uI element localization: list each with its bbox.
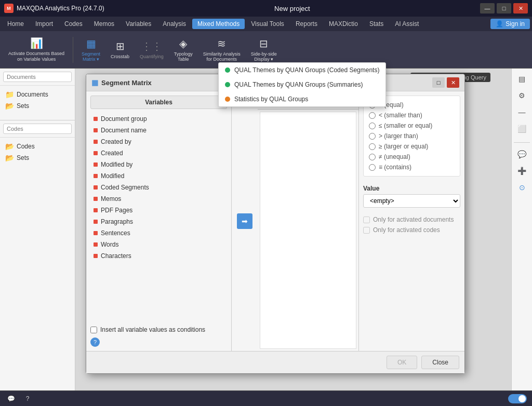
radio-larger-label: > (larger than)	[379, 132, 418, 140]
menu-ai-assist[interactable]: AI Assist	[390, 19, 424, 29]
var-label-created: Created	[101, 150, 123, 157]
var-item-memos[interactable]: Memos	[90, 193, 227, 205]
var-item-modified-by[interactable]: Modified by	[90, 159, 227, 170]
menu-analysis[interactable]: Analysis	[157, 19, 191, 29]
app-logo: M	[4, 4, 14, 13]
right-panel-circle-button[interactable]: ⊙	[515, 180, 529, 195]
right-panel-view-button[interactable]: ▤	[515, 72, 529, 86]
right-panel: ▤ ⚙ — ⬜ 💬 ➕ ⊙	[511, 69, 532, 390]
menu-codes[interactable]: Codes	[59, 19, 88, 29]
menu-mixed-methods[interactable]: Mixed Methods	[192, 19, 245, 29]
var-dot-7	[94, 185, 98, 190]
help-button[interactable]: ?	[22, 393, 33, 404]
tree-item-code-sets[interactable]: 📂 Sets	[3, 152, 72, 164]
app-title: MAXQDA Analytics Pro (24.7.0)	[17, 5, 104, 12]
sets-folder-icon: 📂	[5, 102, 14, 110]
dot-orange-icon-3	[225, 97, 230, 102]
var-item-created-by[interactable]: Created by	[90, 136, 227, 147]
value-section: Value <empty>	[359, 181, 464, 212]
var-dot-9	[94, 208, 98, 212]
sign-in-button[interactable]: 👤 Sign in	[490, 19, 530, 29]
var-item-paragraphs[interactable]: Paragraphs	[90, 216, 227, 227]
crosstab-label: Crosstab	[111, 54, 129, 59]
menu-stats[interactable]: Stats	[364, 19, 389, 29]
codes-folder-icon: 📂	[5, 142, 14, 151]
toolbar-side-by-side[interactable]: ⊟ Side-by-sideDisplay ▾	[247, 35, 281, 64]
menu-visual-tools[interactable]: Visual Tools	[246, 19, 289, 29]
dropdown-item-2[interactable]: QUAL Themes by QUAN Groups (Summaries)	[219, 77, 385, 92]
status-toggle[interactable]	[508, 394, 527, 403]
toolbar-activate-docs[interactable]: 📊 Activate Documents Basedon Variable Va…	[4, 35, 69, 64]
toolbar-typology[interactable]: ◈ TypologyTable	[170, 35, 197, 64]
dot-green-icon-1	[225, 67, 230, 73]
documents-search-input[interactable]	[3, 72, 72, 82]
modal-close-button[interactable]: ✕	[447, 77, 459, 88]
var-item-doc-name[interactable]: Document name	[90, 125, 227, 136]
variables-header[interactable]: Variables	[90, 96, 227, 109]
right-panel-plus-button[interactable]: ➕	[515, 164, 529, 178]
radio-unequal: ≠ (unequal)	[369, 153, 455, 160]
radio-larger-equal: ≥ (larger or equal)	[369, 143, 455, 150]
activated-docs-checkbox[interactable]	[363, 216, 370, 223]
menu-import[interactable]: Import	[30, 19, 58, 29]
activate-docs-icon: 📊	[30, 37, 43, 49]
insert-conditions-checkbox[interactable]	[90, 327, 97, 333]
maximize-button[interactable]: □	[497, 3, 511, 13]
var-label-coded-segments: Coded Segments	[101, 184, 149, 191]
dropdown-item-1[interactable]: QUAL Themes by QUAN Groups (Coded Segmen…	[219, 63, 385, 77]
title-bar: M MAXQDA Analytics Pro (24.7.0) New proj…	[0, 0, 532, 17]
help-icon[interactable]: ?	[90, 337, 100, 347]
radio-larger-input[interactable]	[369, 133, 376, 140]
var-label-doc-group: Document group	[101, 115, 147, 123]
toolbar-separator-1	[73, 37, 73, 63]
radio-smaller-input[interactable]	[369, 112, 376, 119]
person-icon: 👤	[496, 20, 503, 28]
menu-maxdictio[interactable]: MAXDictio	[324, 19, 363, 29]
var-item-pdf-pages[interactable]: PDF Pages	[90, 205, 227, 216]
var-item-modified[interactable]: Modified	[90, 170, 227, 182]
var-item-words[interactable]: Words	[90, 239, 227, 250]
var-item-doc-group[interactable]: Document group	[90, 113, 227, 125]
close-button[interactable]: ✕	[513, 3, 528, 13]
conditions-column: = (equal) < (smaller than) ≤ (smaller or…	[359, 91, 464, 351]
modal-footer: OK Close	[86, 351, 464, 373]
menu-home[interactable]: Home	[2, 19, 29, 29]
var-item-created[interactable]: Created	[90, 147, 227, 159]
tree-item-codes[interactable]: 📂 Codes	[3, 141, 72, 152]
toolbar-segment-matrix[interactable]: ▦ SegmentMatrix ▾	[77, 35, 104, 64]
radio-smaller-equal-input[interactable]	[369, 123, 376, 129]
codes-search-area	[0, 120, 75, 138]
menu-reports[interactable]: Reports	[290, 19, 323, 29]
close-footer-button[interactable]: Close	[421, 356, 459, 369]
radio-unequal-input[interactable]	[369, 154, 376, 160]
dropdown-item-3[interactable]: Statistics by QUAL Groups	[219, 92, 385, 106]
chat-icon-button[interactable]: 💬	[5, 393, 17, 404]
right-panel-orange-button[interactable]: 💬	[515, 147, 529, 161]
dropdown-item-1-label: QUAL Themes by QUAN Groups (Coded Segmen…	[234, 66, 379, 74]
tree-item-documents[interactable]: 📁 Documents	[3, 89, 72, 100]
minimize-button[interactable]: —	[480, 3, 495, 13]
var-item-coded-segments[interactable]: Coded Segments	[90, 182, 227, 193]
right-panel-expand-button[interactable]: ⬜	[515, 121, 529, 136]
toolbar-crosstab[interactable]: ⊞ Crosstab	[107, 38, 134, 61]
tree-item-sets[interactable]: 📂 Sets	[3, 100, 72, 112]
value-select[interactable]: <empty>	[363, 194, 460, 208]
right-panel-minimize-button[interactable]: —	[515, 105, 529, 119]
var-item-characters[interactable]: Characters	[90, 250, 227, 262]
radio-larger-equal-input[interactable]	[369, 143, 376, 150]
add-to-columns-button[interactable]: ➡	[237, 213, 252, 229]
menu-variables[interactable]: Variables	[121, 19, 156, 29]
var-label-memos: Memos	[101, 195, 121, 202]
codes-search-input[interactable]	[3, 124, 72, 134]
var-item-sentences[interactable]: Sentences	[90, 227, 227, 239]
dropdown-item-2-label: QUAL Themes by QUAN Groups (Summaries)	[234, 81, 363, 88]
quantifying-icon: ⋮⋮	[141, 40, 162, 52]
ok-button[interactable]: OK	[387, 356, 417, 369]
right-panel-settings-button[interactable]: ⚙	[515, 88, 529, 103]
modal-maximize-button[interactable]: □	[432, 77, 445, 88]
menu-memos[interactable]: Memos	[89, 19, 119, 29]
toolbar-quantifying[interactable]: ⋮⋮ Quantifying	[136, 38, 168, 61]
toolbar-similarity[interactable]: ≋ Similarity Analysisfor Documents	[199, 35, 245, 64]
radio-contains-input[interactable]	[369, 164, 376, 171]
activated-codes-checkbox[interactable]	[363, 227, 370, 234]
